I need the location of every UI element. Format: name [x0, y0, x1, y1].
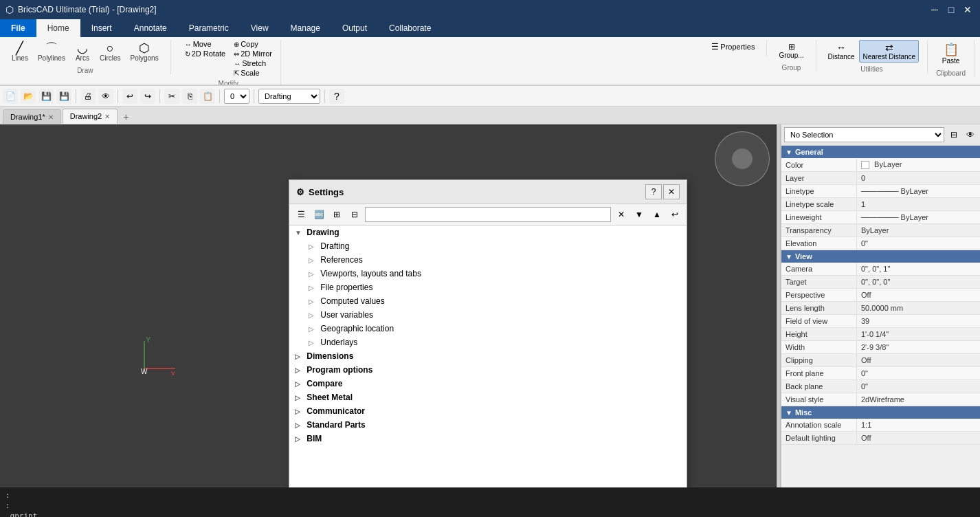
redo-button[interactable]: ↪ [140, 89, 155, 104]
tree-communicator[interactable]: ▷ Communicator [289, 404, 687, 418]
ribbon-group-group: ⊞ Group... Group [772, 40, 816, 72]
tree-drawing[interactable]: ▼ Drawing [289, 226, 687, 239]
tree-sheet-metal[interactable]: ▷ Sheet Metal [289, 390, 687, 404]
tree-computed-values[interactable]: ▷ Computed values [289, 294, 687, 308]
misc-section-header[interactable]: ▼ Misc [781, 406, 980, 419]
add-tab-button[interactable]: + [119, 110, 133, 124]
tree-references[interactable]: ▷ References [289, 253, 687, 267]
dialog-close-button[interactable]: ✕ [663, 184, 680, 199]
titlebar: ⬡ BricsCAD Ultimate (Trial) - [Drawing2]… [0, 0, 980, 19]
copy2-button[interactable]: ⎘ [182, 89, 197, 104]
dialog-tb-btn7[interactable]: ↩ [667, 207, 682, 222]
stretch-button[interactable]: ↔ Stretch [234, 59, 272, 67]
nearest-distance-button[interactable]: ⇄ Nearest Distance [859, 40, 919, 63]
polygons-button[interactable]: ⬡ Polygons [127, 40, 162, 64]
doc-tab-drawing1[interactable]: Drawing1* ✕ [3, 109, 61, 124]
doc-tab-drawing2-close[interactable]: ✕ [104, 113, 110, 120]
tree-compare[interactable]: ▷ Compare [289, 377, 687, 390]
coordinate-indicator: Y X W [137, 334, 179, 377]
doc-tab-drawing2-label: Drawing2 [70, 112, 102, 120]
help-button[interactable]: ? [329, 89, 344, 104]
new-button[interactable]: 📄 [3, 89, 18, 104]
scale-button[interactable]: ⇱ Scale [234, 69, 272, 77]
tree-file-properties[interactable]: ▷ File properties [289, 280, 687, 294]
properties-button[interactable]: ☰ Properties [708, 40, 758, 54]
dialog-search-input[interactable] [365, 207, 611, 222]
lines-button[interactable]: ╱ Lines [8, 40, 32, 64]
tree-drafting[interactable]: ▷ Drafting [289, 239, 687, 253]
tree-geo-expand: ▷ [309, 325, 318, 333]
cut-button[interactable]: ✂ [164, 89, 179, 104]
canvas-area[interactable]: Y X W ⚙ Settings ? ✕ ☰ � [0, 124, 777, 487]
dialog-tb-btn4[interactable]: ⊟ [347, 207, 362, 222]
dialog-tb-btn3[interactable]: ⊞ [329, 207, 344, 222]
saveas-button[interactable]: 💾 [56, 89, 71, 104]
ribbon-tab-collaborate[interactable]: Collaborate [378, 19, 442, 37]
open-button[interactable]: 📂 [21, 89, 36, 104]
dialog-tb-btn1[interactable]: ☰ [293, 207, 309, 222]
doc-tab-drawing1-close[interactable]: ✕ [48, 113, 54, 121]
tree-dimensions[interactable]: ▷ Dimensions [289, 349, 687, 363]
save-button[interactable]: 💾 [38, 89, 54, 104]
paste2-button[interactable]: 📋 [200, 89, 215, 104]
dialog-help-button[interactable]: ? [645, 184, 662, 199]
ribbon-tab-file[interactable]: File [0, 19, 36, 37]
ribbon-tab-view[interactable]: View [240, 19, 280, 37]
cmd-line2: : [5, 500, 975, 511]
properties-body: ▼ General Color ByLayer Layer 0 Linetype [781, 146, 980, 487]
tree-user-variables[interactable]: ▷ User variables [289, 308, 687, 322]
layer-combo[interactable]: 0 [224, 89, 249, 104]
print-button[interactable]: 🖨 [80, 89, 96, 104]
dialog-titlebar: ⚙ Settings ? ✕ [289, 180, 687, 204]
paste-btn-label: Paste [942, 57, 960, 65]
ribbon-tab-insert[interactable]: Insert [80, 19, 123, 37]
paste-button[interactable]: 📋 Paste [939, 40, 964, 67]
perspective-row: Perspective Off [781, 289, 980, 302]
app-close-button[interactable]: ✕ [961, 3, 975, 16]
mirror-button[interactable]: ⇔ 2D Mirror [234, 50, 272, 58]
minimize-button[interactable]: ─ [928, 3, 942, 16]
arcs-button[interactable]: ◡ Arcs [71, 40, 93, 64]
undo-button[interactable]: ↩ [122, 89, 137, 104]
tree-underlays[interactable]: ▷ Underlays [289, 336, 687, 349]
maximize-button[interactable]: □ [944, 3, 958, 16]
dialog-tb-btn5[interactable]: ▼ [632, 207, 647, 222]
ribbon-tab-home[interactable]: Home [36, 19, 80, 37]
default-lighting-value: Off [857, 432, 980, 444]
preview-button[interactable]: 👁 [98, 89, 113, 104]
tree-bim-label: BIM [307, 434, 322, 443]
linetype-scale-row: Linetype scale 1 [781, 198, 980, 211]
lines-label: Lines [12, 54, 28, 62]
dialog-controls: ? ✕ [645, 184, 680, 199]
lens-length-row: Lens length 50.0000 mm [781, 302, 980, 315]
mode-combo[interactable]: Drafting [258, 89, 320, 104]
nav-wheel[interactable] [715, 131, 770, 186]
doc-tab-drawing2[interactable]: Drawing2 ✕ [63, 109, 118, 124]
lens-value: 50.0000 mm [857, 302, 980, 314]
props-filter-button[interactable]: ⊟ [947, 128, 961, 142]
dialog-tb-btn6[interactable]: ▲ [649, 207, 665, 222]
tree-program-options[interactable]: ▷ Program options [289, 363, 687, 377]
polylines-button[interactable]: ⌒ Polylines [34, 40, 69, 64]
tree-geographic[interactable]: ▷ Geographic location [289, 322, 687, 336]
tree-bim[interactable]: ▷ BIM [289, 432, 687, 446]
tree-viewports[interactable]: ▷ Viewports, layouts and tabs [289, 267, 687, 280]
ribbon-tab-parametric[interactable]: Parametric [178, 19, 240, 37]
ribbon-tab-manage[interactable]: Manage [280, 19, 331, 37]
search-clear-button[interactable]: ✕ [614, 207, 629, 222]
view-section-header[interactable]: ▼ View [781, 250, 980, 263]
distance-icon: ↔ [836, 42, 846, 53]
props-eye-button[interactable]: 👁 [964, 128, 977, 142]
ribbon-tab-annotate[interactable]: Annotate [123, 19, 178, 37]
dialog-tb-btn2[interactable]: 🔤 [311, 207, 326, 222]
distance-button[interactable]: ↔ Distance [825, 40, 858, 63]
copy-button[interactable]: ⊕ Copy [234, 40, 272, 48]
general-section-header[interactable]: ▼ General [781, 146, 980, 158]
annotation-scale-row: Annotation scale 1:1 [781, 419, 980, 432]
group-button[interactable]: ⊞ Group... [775, 40, 807, 61]
selection-dropdown[interactable]: No Selection [784, 127, 944, 142]
ribbon-tab-output[interactable]: Output [331, 19, 378, 37]
clipping-label: Clipping [781, 354, 857, 366]
circles-button[interactable]: ○ Circles [96, 40, 124, 64]
tree-standard-parts[interactable]: ▷ Standard Parts [289, 418, 687, 432]
